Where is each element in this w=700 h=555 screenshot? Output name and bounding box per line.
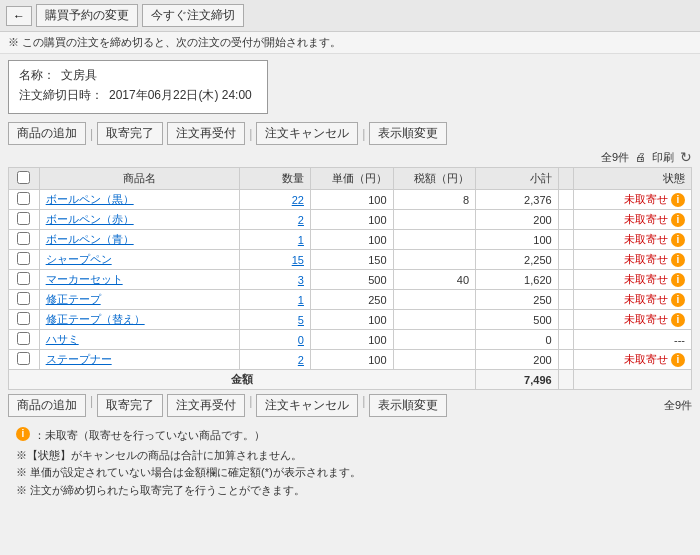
row-price-cell: 100 bbox=[310, 330, 393, 350]
product-link[interactable]: 修正テープ（替え） bbox=[46, 313, 145, 325]
status-info-icon[interactable]: i bbox=[671, 273, 685, 287]
qty-link[interactable]: 2 bbox=[298, 214, 304, 226]
header-check bbox=[9, 168, 40, 190]
row-empty-cell bbox=[558, 210, 573, 230]
product-link[interactable]: マーカーセット bbox=[46, 273, 123, 285]
top-bar: ← 購買予約の変更 今すぐ注文締切 bbox=[0, 0, 700, 32]
qty-link[interactable]: 1 bbox=[298, 234, 304, 246]
table-row: 修正テープ1250250未取寄せ i bbox=[9, 290, 692, 310]
row-check-cell bbox=[9, 230, 40, 250]
row-qty-cell: 0 bbox=[240, 330, 311, 350]
row-qty-cell: 22 bbox=[240, 190, 311, 210]
row-checkbox[interactable] bbox=[17, 252, 30, 265]
status-info-icon[interactable]: i bbox=[671, 313, 685, 327]
complete-button-bottom[interactable]: 取寄完了 bbox=[97, 394, 163, 417]
status-info-icon[interactable]: i bbox=[671, 253, 685, 267]
footer-notes: i ：未取寄（取寄せを行っていない商品です。） ※【状態】がキャンセルの商品は合… bbox=[8, 423, 692, 503]
row-qty-cell: 3 bbox=[240, 270, 311, 290]
row-subtotal-cell: 500 bbox=[476, 310, 559, 330]
complete-button-top[interactable]: 取寄完了 bbox=[97, 122, 163, 145]
qty-link[interactable]: 5 bbox=[298, 314, 304, 326]
status-info-icon[interactable]: i bbox=[671, 213, 685, 227]
product-link[interactable]: ステープナー bbox=[46, 353, 112, 365]
row-empty-cell bbox=[558, 190, 573, 210]
qty-link[interactable]: 22 bbox=[292, 194, 304, 206]
row-price-cell: 100 bbox=[310, 230, 393, 250]
row-checkbox[interactable] bbox=[17, 212, 30, 225]
row-empty-cell bbox=[558, 330, 573, 350]
deadline-value: 2017年06月22日(木) 24:00 bbox=[109, 87, 252, 104]
row-checkbox[interactable] bbox=[17, 272, 30, 285]
close-order-button[interactable]: 今すぐ注文締切 bbox=[142, 4, 244, 27]
row-subtotal-cell: 0 bbox=[476, 330, 559, 350]
row-checkbox[interactable] bbox=[17, 192, 30, 205]
row-check-cell bbox=[9, 290, 40, 310]
header-empty bbox=[558, 168, 573, 190]
info-icon-footnote: i bbox=[16, 427, 30, 441]
qty-link[interactable]: 2 bbox=[298, 354, 304, 366]
print-icon: 🖨 bbox=[635, 151, 646, 163]
row-name-cell: ボールペン（赤） bbox=[39, 210, 240, 230]
total-value: 7,496 bbox=[476, 370, 559, 390]
cancel-button-bottom[interactable]: 注文キャンセル bbox=[256, 394, 358, 417]
products-table: 商品名 数量 単価（円） 税額（円） 小計 状態 ボールペン（黒）2210082… bbox=[8, 167, 692, 390]
table-row: シャープペン151502,250未取寄せ i bbox=[9, 250, 692, 270]
row-name-cell: マーカーセット bbox=[39, 270, 240, 290]
top-action-bar: 商品の追加 | 取寄完了 注文再受付 | 注文キャンセル | 表示順変更 bbox=[8, 122, 692, 145]
row-subtotal-cell: 2,250 bbox=[476, 250, 559, 270]
row-subtotal-cell: 100 bbox=[476, 230, 559, 250]
row-check-cell bbox=[9, 350, 40, 370]
header-name: 商品名 bbox=[39, 168, 240, 190]
bottom-left-actions: 商品の追加 | 取寄完了 注文再受付 | 注文キャンセル | 表示順変更 bbox=[8, 394, 447, 417]
product-link[interactable]: シャープペン bbox=[46, 253, 112, 265]
qty-link[interactable]: 1 bbox=[298, 294, 304, 306]
print-link[interactable]: 印刷 bbox=[652, 150, 674, 165]
row-check-cell bbox=[9, 310, 40, 330]
refresh-icon[interactable]: ↻ bbox=[680, 149, 692, 165]
status-badge: 未取寄せ bbox=[624, 353, 668, 365]
row-subtotal-cell: 200 bbox=[476, 350, 559, 370]
product-link[interactable]: ボールペン（黒） bbox=[46, 193, 134, 205]
row-check-cell bbox=[9, 330, 40, 350]
info-box: 名称： 文房具 注文締切日時： 2017年06月22日(木) 24:00 bbox=[8, 60, 268, 114]
row-check-cell bbox=[9, 270, 40, 290]
header-qty: 数量 bbox=[240, 168, 311, 190]
cancel-button-top[interactable]: 注文キャンセル bbox=[256, 122, 358, 145]
row-check-cell bbox=[9, 190, 40, 210]
add-product-button-top[interactable]: 商品の追加 bbox=[8, 122, 86, 145]
row-name-cell: ボールペン（黒） bbox=[39, 190, 240, 210]
back-button[interactable]: ← bbox=[6, 6, 32, 26]
product-link[interactable]: ハサミ bbox=[46, 333, 79, 345]
row-subtotal-cell: 200 bbox=[476, 210, 559, 230]
change-order-button[interactable]: 購買予約の変更 bbox=[36, 4, 138, 27]
status-info-icon[interactable]: i bbox=[671, 193, 685, 207]
row-checkbox[interactable] bbox=[17, 312, 30, 325]
row-checkbox[interactable] bbox=[17, 332, 30, 345]
qty-link[interactable]: 3 bbox=[298, 274, 304, 286]
qty-link[interactable]: 0 bbox=[298, 334, 304, 346]
status-info-icon[interactable]: i bbox=[671, 353, 685, 367]
check-all[interactable] bbox=[17, 171, 30, 184]
row-tax-cell bbox=[393, 250, 476, 270]
notice-text: ※ この購買の注文を締め切ると、次の注文の受付が開始されます。 bbox=[8, 36, 341, 48]
row-checkbox[interactable] bbox=[17, 232, 30, 245]
product-link[interactable]: 修正テープ bbox=[46, 293, 101, 305]
change-order-bottom-button[interactable]: 表示順変更 bbox=[369, 394, 447, 417]
add-product-button-bottom[interactable]: 商品の追加 bbox=[8, 394, 86, 417]
status-badge: 未取寄せ bbox=[624, 253, 668, 265]
product-link[interactable]: ボールペン（赤） bbox=[46, 213, 134, 225]
product-link[interactable]: ボールペン（青） bbox=[46, 233, 134, 245]
top-right-bar: 全9件 🖨 印刷 ↻ bbox=[8, 149, 692, 165]
row-price-cell: 500 bbox=[310, 270, 393, 290]
reorder-button-top[interactable]: 注文再受付 bbox=[167, 122, 245, 145]
row-empty-cell bbox=[558, 290, 573, 310]
status-badge: 未取寄せ bbox=[624, 313, 668, 325]
status-info-icon[interactable]: i bbox=[671, 293, 685, 307]
row-checkbox[interactable] bbox=[17, 352, 30, 365]
row-name-cell: シャープペン bbox=[39, 250, 240, 270]
reorder-button-bottom[interactable]: 注文再受付 bbox=[167, 394, 245, 417]
change-order-top-button[interactable]: 表示順変更 bbox=[369, 122, 447, 145]
row-checkbox[interactable] bbox=[17, 292, 30, 305]
status-info-icon[interactable]: i bbox=[671, 233, 685, 247]
qty-link[interactable]: 15 bbox=[292, 254, 304, 266]
